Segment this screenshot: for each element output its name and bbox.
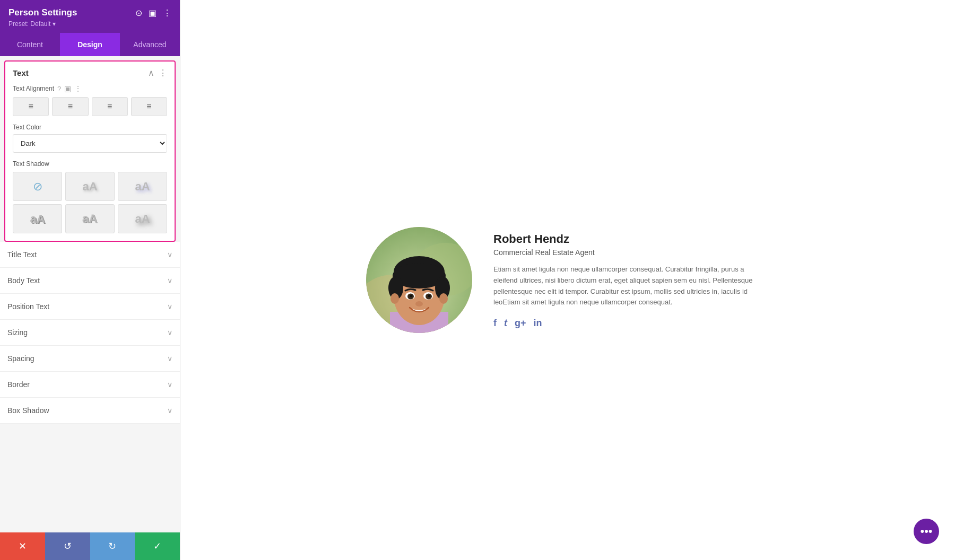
- layout-icon[interactable]: ▣: [149, 8, 157, 18]
- sizing-chevron: ∨: [167, 328, 172, 337]
- text-color-field: Text Color Dark Light Custom: [13, 124, 167, 153]
- spacing-chevron: ∨: [167, 354, 172, 363]
- shadow-outline-icon: aA: [82, 212, 97, 226]
- text-section-icons: ∧ ⋮: [148, 68, 167, 78]
- bottom-toolbar: ✕ ↺ ↻ ✓: [0, 532, 180, 560]
- align-justify-right-button[interactable]: ≡: [131, 97, 167, 116]
- shadow-dark-button[interactable]: aA: [13, 204, 62, 233]
- spacing-section-header[interactable]: Spacing ∨: [0, 346, 180, 371]
- shadow-blue-button[interactable]: aA: [118, 172, 167, 201]
- device-icon[interactable]: ▣: [64, 84, 71, 93]
- help-icon[interactable]: ?: [57, 85, 61, 93]
- focus-icon[interactable]: ⊙: [135, 8, 142, 18]
- person-name: Robert Hendz: [493, 232, 769, 246]
- text-color-label: Text Color: [13, 124, 167, 131]
- sizing-section-header[interactable]: Sizing ∨: [0, 320, 180, 345]
- undo-button[interactable]: ↺: [45, 532, 90, 560]
- redo-button[interactable]: ↻: [90, 532, 135, 560]
- tab-content[interactable]: Content: [0, 33, 60, 56]
- position-text-label: Position Text: [7, 302, 49, 311]
- tab-advanced[interactable]: Advanced: [120, 33, 180, 56]
- text-alignment-label: Text Alignment ? ▣ ⋮: [13, 84, 167, 93]
- title-text-section-header[interactable]: Title Text ∨: [0, 242, 180, 267]
- position-text-section-header[interactable]: Position Text ∨: [0, 294, 180, 319]
- text-alignment-field: Text Alignment ? ▣ ⋮ ≡ ≡ ≡ ≡: [13, 84, 167, 116]
- twitter-icon[interactable]: t: [504, 318, 507, 329]
- body-text-label: Body Text: [7, 276, 40, 285]
- shadow-none-button[interactable]: ⊘: [13, 172, 62, 201]
- sizing-section: Sizing ∨: [0, 320, 180, 346]
- text-section-title: Text: [13, 68, 29, 77]
- shadow-deep-icon: aA: [135, 212, 150, 226]
- box-shadow-section: Box Shadow ∨: [0, 398, 180, 424]
- preset-label[interactable]: Preset: Default: [8, 20, 171, 28]
- text-section-header[interactable]: Text ∧ ⋮: [5, 62, 175, 84]
- shadow-soft-button[interactable]: aA: [65, 172, 115, 201]
- sidebar-header: Person Settings ⊙ ▣ ⋮ Preset: Default: [0, 0, 180, 33]
- border-section: Border ∨: [0, 372, 180, 398]
- box-shadow-chevron: ∨: [167, 406, 172, 415]
- googleplus-icon[interactable]: g+: [515, 318, 526, 329]
- shadow-deep-button[interactable]: aA: [118, 204, 167, 233]
- settings-panel: Person Settings ⊙ ▣ ⋮ Preset: Default Co…: [0, 0, 180, 560]
- body-text-chevron: ∨: [167, 276, 172, 285]
- tab-design[interactable]: Design: [60, 33, 120, 56]
- box-shadow-section-header[interactable]: Box Shadow ∨: [0, 398, 180, 423]
- svg-point-12: [390, 293, 399, 304]
- svg-point-13: [439, 293, 448, 304]
- alignment-more-icon[interactable]: ⋮: [74, 84, 82, 93]
- tab-bar: Content Design Advanced: [0, 33, 180, 56]
- body-text-section: Body Text ∨: [0, 268, 180, 294]
- save-button[interactable]: ✓: [135, 532, 180, 560]
- svg-point-20: [415, 301, 423, 307]
- shadow-blue-icon: aA: [135, 180, 150, 194]
- sidebar-scroll: Text ∧ ⋮ Text Alignment ? ▣ ⋮ ≡: [0, 56, 180, 532]
- linkedin-icon[interactable]: in: [534, 318, 542, 329]
- text-color-select[interactable]: Dark Light Custom: [13, 134, 167, 153]
- border-chevron: ∨: [167, 380, 172, 389]
- align-justify-left-button[interactable]: ≡: [92, 97, 128, 116]
- collapse-icon[interactable]: ∧: [148, 68, 154, 78]
- person-bio: Etiam sit amet ligula non neque ullamcor…: [493, 264, 769, 308]
- spacing-section: Spacing ∨: [0, 346, 180, 372]
- text-shadow-field: Text Shadow ⊘ aA aA aA: [13, 160, 167, 233]
- sidebar-title: Person Settings: [8, 7, 77, 18]
- text-section-content: Text Alignment ? ▣ ⋮ ≡ ≡ ≡ ≡ Text Color: [5, 84, 175, 241]
- section-more-icon[interactable]: ⋮: [159, 68, 167, 78]
- shadow-outline-button[interactable]: aA: [65, 204, 115, 233]
- svg-point-19: [428, 295, 431, 298]
- social-icons: f t g+ in: [493, 318, 769, 329]
- no-shadow-icon: ⊘: [33, 180, 42, 194]
- fab-button[interactable]: •••: [914, 519, 939, 544]
- more-options-icon[interactable]: ⋮: [163, 8, 171, 18]
- border-label: Border: [7, 380, 30, 389]
- box-shadow-label: Box Shadow: [7, 406, 49, 415]
- sidebar-header-icons: ⊙ ▣ ⋮: [135, 8, 171, 18]
- title-text-label: Title Text: [7, 250, 37, 259]
- shadow-soft-icon: aA: [82, 180, 97, 194]
- person-info: Robert Hendz Commercial Real Estate Agen…: [493, 227, 769, 329]
- align-center-button[interactable]: ≡: [52, 97, 88, 116]
- facebook-icon[interactable]: f: [493, 318, 497, 329]
- position-text-section: Position Text ∨: [0, 294, 180, 320]
- border-section-header[interactable]: Border ∨: [0, 372, 180, 397]
- align-left-button[interactable]: ≡: [13, 97, 49, 116]
- sizing-label: Sizing: [7, 328, 28, 337]
- avatar: [366, 227, 472, 333]
- person-job-title: Commercial Real Estate Agent: [493, 248, 769, 257]
- body-text-section-header[interactable]: Body Text ∨: [0, 268, 180, 293]
- person-card: Robert Hendz Commercial Real Estate Agen…: [366, 227, 769, 333]
- title-text-section: Title Text ∨: [0, 242, 180, 268]
- text-section: Text ∧ ⋮ Text Alignment ? ▣ ⋮ ≡: [4, 60, 176, 242]
- text-shadow-label: Text Shadow: [13, 160, 167, 168]
- shadow-dark-icon: aA: [30, 212, 45, 226]
- spacing-label: Spacing: [7, 354, 34, 363]
- shadow-grid: ⊘ aA aA aA aA: [13, 172, 167, 233]
- cancel-button[interactable]: ✕: [0, 532, 45, 560]
- svg-point-18: [410, 295, 413, 298]
- title-text-chevron: ∨: [167, 250, 172, 259]
- main-content: Robert Hendz Commercial Real Estate Agen…: [180, 0, 955, 560]
- position-text-chevron: ∨: [167, 302, 172, 311]
- alignment-buttons: ≡ ≡ ≡ ≡: [13, 97, 167, 116]
